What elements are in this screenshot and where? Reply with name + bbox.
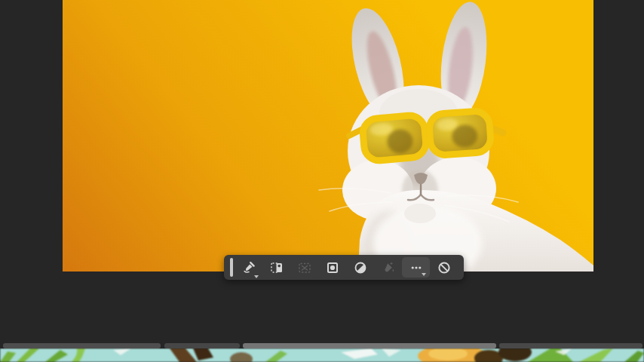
deselect-button[interactable] [430, 255, 458, 280]
brush-icon [242, 261, 256, 275]
scrubber-segment [3, 343, 161, 348]
scrubber-segment [243, 343, 496, 348]
editor-stage [0, 0, 644, 362]
none-icon [437, 261, 451, 275]
more-options-button[interactable] [402, 257, 430, 278]
meadow-photo-edge [0, 348, 644, 362]
mask-button[interactable] [318, 255, 346, 280]
ellipsis-icon [409, 261, 423, 275]
scrubber-segment [499, 343, 642, 348]
invert-button[interactable] [346, 255, 374, 280]
marquee-icon [298, 261, 311, 275]
chevron-down-icon [422, 273, 426, 276]
chevron-down-icon [254, 275, 259, 278]
canvas-image[interactable] [63, 0, 593, 272]
select-subject-button[interactable] [262, 255, 290, 280]
next-image-strip[interactable] [0, 348, 644, 362]
paint-bucket-icon [382, 261, 395, 275]
scrubber-segment [164, 343, 240, 348]
contextual-taskbar [224, 255, 464, 280]
select-subject-icon [270, 261, 284, 275]
marquee-button[interactable] [290, 255, 318, 280]
fill-button[interactable] [374, 255, 402, 280]
mask-icon [326, 261, 339, 275]
taskbar-drag-handle[interactable] [230, 258, 233, 277]
brush-button[interactable] [235, 255, 262, 280]
invert-icon [354, 261, 367, 275]
timeline-scrubber[interactable] [0, 343, 644, 348]
rabbit-photo [63, 0, 593, 272]
